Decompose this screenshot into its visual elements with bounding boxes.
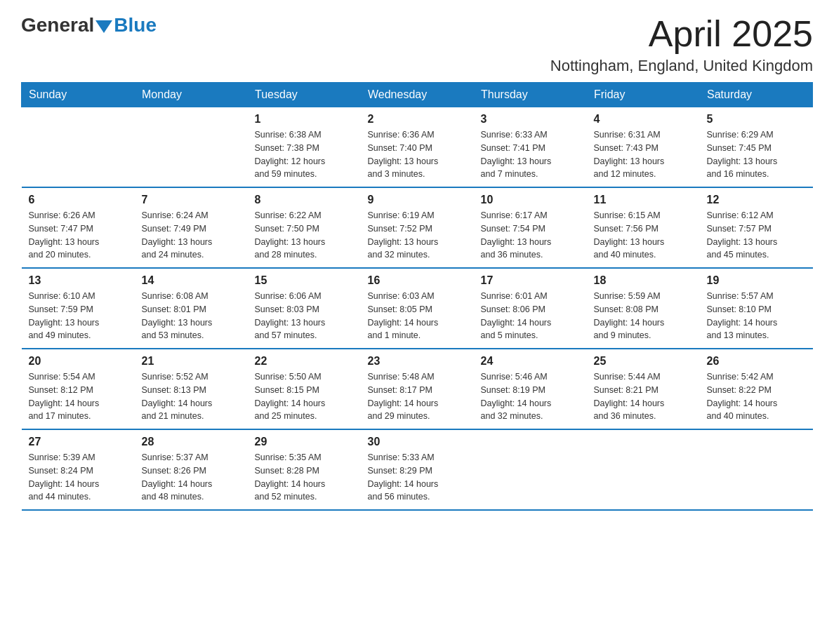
day-info: Sunrise: 5:44 AM Sunset: 8:21 PM Dayligh… [594, 370, 693, 423]
logo-arrow-icon [95, 20, 112, 33]
calendar-cell: 29Sunrise: 5:35 AM Sunset: 8:28 PM Dayli… [248, 429, 361, 510]
calendar-cell: 14Sunrise: 6:08 AM Sunset: 8:01 PM Dayli… [135, 268, 248, 349]
day-number: 12 [707, 194, 806, 206]
calendar-cell: 8Sunrise: 6:22 AM Sunset: 7:50 PM Daylig… [248, 187, 361, 268]
calendar-cell: 27Sunrise: 5:39 AM Sunset: 8:24 PM Dayli… [22, 429, 135, 510]
calendar-cell: 3Sunrise: 6:33 AM Sunset: 7:41 PM Daylig… [474, 107, 587, 188]
calendar-week-row: 27Sunrise: 5:39 AM Sunset: 8:24 PM Dayli… [22, 429, 813, 510]
day-number: 4 [594, 113, 693, 126]
day-number: 23 [368, 355, 467, 368]
day-number: 3 [481, 113, 580, 126]
day-number: 15 [255, 274, 354, 287]
day-header-tuesday: Tuesday [248, 83, 361, 107]
day-header-sunday: Sunday [22, 83, 135, 107]
calendar-cell: 18Sunrise: 5:59 AM Sunset: 8:08 PM Dayli… [587, 268, 700, 349]
calendar-cell: 4Sunrise: 6:31 AM Sunset: 7:43 PM Daylig… [587, 107, 700, 188]
calendar-cell: 1Sunrise: 6:38 AM Sunset: 7:38 PM Daylig… [248, 107, 361, 188]
day-info: Sunrise: 5:50 AM Sunset: 8:15 PM Dayligh… [255, 370, 354, 423]
calendar-cell: 6Sunrise: 6:26 AM Sunset: 7:47 PM Daylig… [22, 187, 135, 268]
day-number: 26 [707, 355, 806, 368]
title-section: April 2025 Nottingham, England, United K… [550, 14, 813, 75]
day-info: Sunrise: 6:06 AM Sunset: 8:03 PM Dayligh… [255, 290, 354, 342]
main-title: April 2025 [550, 14, 813, 54]
day-header-monday: Monday [135, 83, 248, 107]
day-info: Sunrise: 5:42 AM Sunset: 8:22 PM Dayligh… [707, 370, 806, 423]
day-info: Sunrise: 5:46 AM Sunset: 8:19 PM Dayligh… [481, 370, 580, 423]
calendar-cell: 24Sunrise: 5:46 AM Sunset: 8:19 PM Dayli… [474, 349, 587, 429]
calendar-cell: 7Sunrise: 6:24 AM Sunset: 7:49 PM Daylig… [135, 187, 248, 268]
calendar-cell: 25Sunrise: 5:44 AM Sunset: 8:21 PM Dayli… [587, 349, 700, 429]
calendar-header-row: SundayMondayTuesdayWednesdayThursdayFrid… [22, 83, 813, 107]
subtitle: Nottingham, England, United Kingdom [550, 57, 813, 75]
day-info: Sunrise: 6:10 AM Sunset: 7:59 PM Dayligh… [29, 290, 128, 342]
day-number: 2 [368, 113, 467, 126]
calendar-cell: 20Sunrise: 5:54 AM Sunset: 8:12 PM Dayli… [22, 349, 135, 429]
day-number: 8 [255, 194, 354, 206]
day-info: Sunrise: 6:03 AM Sunset: 8:05 PM Dayligh… [368, 290, 467, 342]
day-info: Sunrise: 6:01 AM Sunset: 8:06 PM Dayligh… [481, 290, 580, 342]
day-info: Sunrise: 6:29 AM Sunset: 7:45 PM Dayligh… [707, 128, 806, 181]
calendar-cell: 13Sunrise: 6:10 AM Sunset: 7:59 PM Dayli… [22, 268, 135, 349]
day-number: 6 [29, 194, 128, 206]
day-info: Sunrise: 6:36 AM Sunset: 7:40 PM Dayligh… [368, 128, 467, 181]
day-number: 10 [481, 194, 580, 206]
day-info: Sunrise: 6:15 AM Sunset: 7:56 PM Dayligh… [594, 209, 693, 262]
day-number: 14 [142, 274, 241, 287]
day-info: Sunrise: 6:33 AM Sunset: 7:41 PM Dayligh… [481, 128, 580, 181]
calendar-cell: 26Sunrise: 5:42 AM Sunset: 8:22 PM Dayli… [700, 349, 813, 429]
calendar-cell: 12Sunrise: 6:12 AM Sunset: 7:57 PM Dayli… [700, 187, 813, 268]
day-number: 20 [29, 355, 128, 368]
calendar-cell [474, 429, 587, 510]
day-info: Sunrise: 6:17 AM Sunset: 7:54 PM Dayligh… [481, 209, 580, 262]
day-number: 16 [368, 274, 467, 287]
calendar-cell: 2Sunrise: 6:36 AM Sunset: 7:40 PM Daylig… [361, 107, 474, 188]
logo-blue-text: Blue [114, 14, 157, 36]
day-number: 27 [29, 436, 128, 448]
day-number: 17 [481, 274, 580, 287]
calendar-cell: 17Sunrise: 6:01 AM Sunset: 8:06 PM Dayli… [474, 268, 587, 349]
day-number: 9 [368, 194, 467, 206]
day-info: Sunrise: 5:37 AM Sunset: 8:26 PM Dayligh… [142, 451, 241, 504]
day-number: 21 [142, 355, 241, 368]
day-info: Sunrise: 5:54 AM Sunset: 8:12 PM Dayligh… [29, 370, 128, 423]
logo-general-text: General [21, 14, 94, 36]
day-number: 11 [594, 194, 693, 206]
calendar-cell: 5Sunrise: 6:29 AM Sunset: 7:45 PM Daylig… [700, 107, 813, 188]
day-header-thursday: Thursday [474, 83, 587, 107]
day-number: 24 [481, 355, 580, 368]
day-info: Sunrise: 5:57 AM Sunset: 8:10 PM Dayligh… [707, 290, 806, 342]
day-number: 13 [29, 274, 128, 287]
calendar-cell: 30Sunrise: 5:33 AM Sunset: 8:29 PM Dayli… [361, 429, 474, 510]
day-number: 22 [255, 355, 354, 368]
calendar-cell [22, 107, 135, 188]
calendar-cell: 22Sunrise: 5:50 AM Sunset: 8:15 PM Dayli… [248, 349, 361, 429]
day-info: Sunrise: 5:48 AM Sunset: 8:17 PM Dayligh… [368, 370, 467, 423]
day-number: 28 [142, 436, 241, 448]
day-number: 7 [142, 194, 241, 206]
day-info: Sunrise: 5:52 AM Sunset: 8:13 PM Dayligh… [142, 370, 241, 423]
calendar-cell: 9Sunrise: 6:19 AM Sunset: 7:52 PM Daylig… [361, 187, 474, 268]
calendar-week-row: 1Sunrise: 6:38 AM Sunset: 7:38 PM Daylig… [22, 107, 813, 188]
day-info: Sunrise: 6:38 AM Sunset: 7:38 PM Dayligh… [255, 128, 354, 181]
calendar-cell: 16Sunrise: 6:03 AM Sunset: 8:05 PM Dayli… [361, 268, 474, 349]
day-info: Sunrise: 6:26 AM Sunset: 7:47 PM Dayligh… [29, 209, 128, 262]
calendar-cell [700, 429, 813, 510]
page-header: General Blue April 2025 Nottingham, Engl… [21, 14, 813, 75]
day-info: Sunrise: 6:19 AM Sunset: 7:52 PM Dayligh… [368, 209, 467, 262]
calendar-week-row: 6Sunrise: 6:26 AM Sunset: 7:47 PM Daylig… [22, 187, 813, 268]
day-info: Sunrise: 5:33 AM Sunset: 8:29 PM Dayligh… [368, 451, 467, 504]
calendar-cell: 15Sunrise: 6:06 AM Sunset: 8:03 PM Dayli… [248, 268, 361, 349]
calendar-cell [135, 107, 248, 188]
day-info: Sunrise: 6:31 AM Sunset: 7:43 PM Dayligh… [594, 128, 693, 181]
calendar-cell: 28Sunrise: 5:37 AM Sunset: 8:26 PM Dayli… [135, 429, 248, 510]
day-number: 18 [594, 274, 693, 287]
calendar-cell [587, 429, 700, 510]
day-info: Sunrise: 6:24 AM Sunset: 7:49 PM Dayligh… [142, 209, 241, 262]
logo: General Blue [21, 14, 157, 36]
day-number: 1 [255, 113, 354, 126]
day-info: Sunrise: 5:39 AM Sunset: 8:24 PM Dayligh… [29, 451, 128, 504]
calendar-cell: 10Sunrise: 6:17 AM Sunset: 7:54 PM Dayli… [474, 187, 587, 268]
day-header-wednesday: Wednesday [361, 83, 474, 107]
day-info: Sunrise: 5:59 AM Sunset: 8:08 PM Dayligh… [594, 290, 693, 342]
calendar-cell: 19Sunrise: 5:57 AM Sunset: 8:10 PM Dayli… [700, 268, 813, 349]
